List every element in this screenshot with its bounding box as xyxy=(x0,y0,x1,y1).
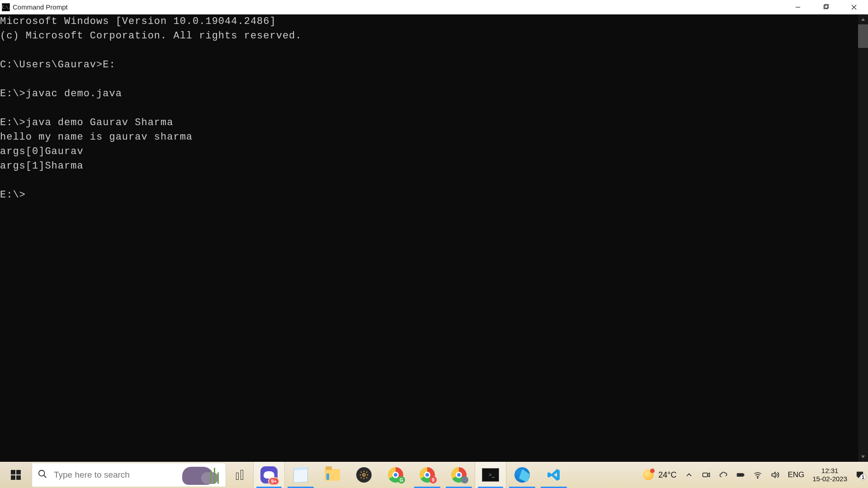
window-controls xyxy=(784,0,868,14)
clock-time: 12:31 xyxy=(821,467,839,475)
chrome-profile-badge xyxy=(461,476,468,483)
taskbar-app-command-prompt[interactable]: >_ xyxy=(475,462,506,488)
taskbar-app-chrome-3[interactable] xyxy=(443,462,475,488)
battery-icon[interactable] xyxy=(736,470,745,479)
start-button[interactable] xyxy=(0,462,32,488)
taskbar-app-discord[interactable]: 9+ xyxy=(253,462,285,488)
weather-widget[interactable]: 24°C xyxy=(643,469,676,480)
svg-rect-13 xyxy=(743,474,744,475)
language-indicator[interactable]: ENG xyxy=(788,470,804,479)
svg-point-9 xyxy=(363,474,365,476)
task-view-button[interactable] xyxy=(226,462,253,488)
meet-now-icon[interactable] xyxy=(702,470,711,479)
notification-badge: 1 xyxy=(860,474,866,480)
title-bar: C:\. Command Prompt xyxy=(0,0,868,14)
scrollbar[interactable] xyxy=(858,14,868,462)
scroll-thumb[interactable] xyxy=(858,24,868,48)
search-highlight-art xyxy=(173,463,223,485)
gear-icon xyxy=(356,467,372,483)
weather-icon xyxy=(643,469,654,480)
svg-marker-16 xyxy=(772,472,776,478)
windows-icon xyxy=(11,470,21,480)
chrome-profile-badge: G xyxy=(398,476,405,483)
taskbar-app-chrome-2[interactable]: 9 xyxy=(411,462,443,488)
svg-marker-6 xyxy=(861,455,865,458)
clock-date: 15-02-2023 xyxy=(812,475,847,483)
wifi-icon[interactable] xyxy=(753,470,762,479)
onedrive-icon[interactable] xyxy=(719,470,728,479)
discord-icon: 9+ xyxy=(260,466,278,483)
cmd-icon: >_ xyxy=(482,468,499,482)
weather-temp: 24°C xyxy=(658,470,676,480)
taskbar: 9+ G 9 xyxy=(0,462,868,488)
scroll-down-button[interactable] xyxy=(858,452,868,462)
taskbar-app-edge[interactable] xyxy=(506,462,538,488)
window-title: Command Prompt xyxy=(13,3,68,11)
file-explorer-icon xyxy=(325,469,340,481)
task-view-icon xyxy=(236,470,243,480)
taskbar-app-settings[interactable] xyxy=(348,462,380,488)
discord-badge: 9+ xyxy=(268,477,279,485)
search-icon xyxy=(38,469,47,481)
clock[interactable]: 12:31 15-02-2023 xyxy=(812,467,847,483)
svg-rect-10 xyxy=(703,473,708,477)
cmd-icon: C:\. xyxy=(2,3,10,11)
taskbar-apps: 9+ G 9 xyxy=(226,462,570,488)
volume-icon[interactable] xyxy=(770,470,779,479)
taskbar-app-file-explorer[interactable] xyxy=(316,462,348,488)
svg-marker-5 xyxy=(861,18,865,21)
close-button[interactable] xyxy=(840,0,868,14)
svg-line-8 xyxy=(44,475,47,478)
console-output[interactable]: Microsoft Windows [Version 10.0.19044.24… xyxy=(0,14,858,462)
svg-point-7 xyxy=(39,470,45,476)
taskbar-app-notepad[interactable] xyxy=(285,462,316,488)
system-tray: 24°C ENG 12:31 15-02-2023 1 xyxy=(643,462,868,488)
scroll-up-button[interactable] xyxy=(858,14,868,24)
maximize-button[interactable] xyxy=(812,0,840,14)
svg-rect-14 xyxy=(738,474,743,475)
tray-chevron-up-icon[interactable] xyxy=(684,470,693,479)
notepad-icon xyxy=(293,467,308,483)
edge-icon xyxy=(514,467,530,483)
search-box[interactable] xyxy=(32,463,226,487)
vscode-icon xyxy=(547,468,561,482)
console-area[interactable]: Microsoft Windows [Version 10.0.19044.24… xyxy=(0,14,868,462)
chrome-profile-badge: 9 xyxy=(429,476,437,483)
minimize-button[interactable] xyxy=(784,0,812,14)
taskbar-app-chrome-1[interactable]: G xyxy=(380,462,411,488)
taskbar-app-vscode[interactable] xyxy=(538,462,570,488)
svg-point-15 xyxy=(758,478,759,479)
action-center-icon[interactable]: 1 xyxy=(855,470,864,479)
